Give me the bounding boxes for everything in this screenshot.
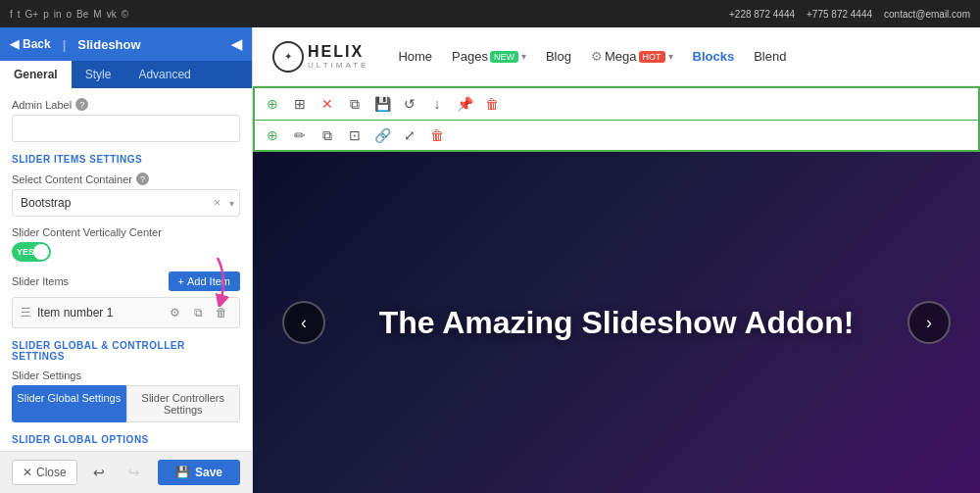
app-container: f t G+ p in o Be M vk © +228 872 4444 +7… (0, 0, 980, 493)
vertically-center-toggle[interactable]: YES (12, 242, 51, 262)
panel-header: ◀ Back | Slideshow ◀ (0, 27, 252, 61)
item-delete-icon[interactable]: 🗑 (212, 303, 231, 322)
social-behance[interactable]: Be (76, 9, 88, 20)
content-container-group: Select Content Container ? Bootstrap × ▾ (12, 173, 240, 217)
vertically-center-group: Slider Content Vertically Center YES (12, 226, 240, 262)
slide-next-button[interactable]: › (907, 301, 951, 344)
save-disk-icon: 💾 (175, 466, 190, 479)
save-section-icon[interactable]: 💾 (370, 92, 394, 116)
add-row-icon[interactable]: ⊕ (261, 123, 284, 147)
tab-style[interactable]: Style (72, 61, 125, 88)
mega-badge: HOT (639, 51, 665, 63)
gear-icon: ⚙ (591, 49, 603, 64)
mega-dropdown-icon[interactable]: ▾ (668, 51, 673, 62)
pages-badge: NEW (490, 51, 518, 63)
admin-label-help-icon[interactable]: ? (75, 98, 88, 111)
social-instagram[interactable]: o (67, 9, 73, 20)
section-global: SLIDER GLOBAL & CONTROLLER SETTINGS (12, 340, 240, 362)
settings-btn-group: Slider Global Settings Slider Controller… (12, 385, 240, 422)
section-slider-items: SLIDER ITEMS SETTINGS (12, 154, 240, 165)
pages-dropdown-icon[interactable]: ▾ (521, 51, 526, 62)
top-bar-left: f t G+ p in o Be M vk © (10, 9, 128, 20)
social-google[interactable]: G+ (25, 9, 39, 20)
controllers-settings-button[interactable]: Slider Controllers Settings (126, 385, 241, 422)
copy-row-icon[interactable]: ⧉ (316, 123, 339, 147)
nav-blocks[interactable]: Blocks (693, 49, 735, 64)
save-button[interactable]: 💾 Save (158, 460, 240, 485)
toolbars-row: ⊕ ⊞ ✕ ⧉ 💾 ↺ ↓ 📌 🗑 ⊕ ✏ ⧉ ⊡ 🔗 ⤢ (253, 86, 980, 152)
main-layout: ◀ Back | Slideshow ◀ General Style Advan… (0, 27, 980, 493)
logo-circle: ✦ (272, 41, 304, 73)
admin-label-label: Admin Label ? (12, 98, 240, 111)
nav-pages-wrapper: Pages NEW ▾ (452, 49, 526, 64)
toggle-row: YES (12, 242, 240, 262)
social-facebook[interactable]: f (10, 9, 13, 20)
select-clear-icon[interactable]: × (214, 196, 220, 210)
social-icons: f t G+ p in o Be M vk © (10, 9, 128, 20)
pin-icon[interactable]: 📌 (453, 92, 476, 116)
nav-blend[interactable]: Blend (754, 49, 786, 64)
slide-prev-button[interactable]: ‹ (282, 301, 325, 344)
slideshow-area: ‹ The Amazing Slideshow Addon! › (253, 152, 980, 493)
back-label: Back (23, 37, 51, 51)
undo-button[interactable]: ↩ (85, 460, 113, 485)
nav-mega-wrapper: ⚙ Mega HOT ▾ (591, 49, 673, 64)
site-logo: ✦ HELIX ULTIMATE (272, 41, 368, 73)
content-container-help-icon[interactable]: ? (136, 173, 149, 185)
panel-collapse-button[interactable]: ◀ (231, 36, 242, 52)
arrow-annotation: ☰ Item number 1 ⚙ ⧉ 🗑 (12, 297, 240, 328)
item-copy-icon[interactable]: ⧉ (188, 303, 208, 322)
section-global-options: SLIDER GLOBAL OPTIONS (12, 434, 240, 445)
nav-mega[interactable]: Mega (605, 49, 637, 64)
redo-button[interactable]: ↪ (121, 460, 148, 485)
social-linkedin[interactable]: in (54, 9, 62, 20)
admin-label-input[interactable] (12, 115, 240, 142)
social-skype[interactable]: © (122, 9, 128, 20)
copy-icon[interactable]: ⧉ (343, 92, 367, 116)
social-pinterest[interactable]: p (43, 9, 49, 20)
item-settings-icon[interactable]: ⚙ (165, 303, 184, 322)
close-section-icon[interactable]: ✕ (316, 92, 339, 116)
edit-row-icon[interactable]: ✏ (288, 123, 312, 147)
close-button[interactable]: ✕ Close (12, 460, 77, 485)
phone1: +228 872 4444 (729, 9, 795, 20)
slider-item-name: Item number 1 (37, 306, 159, 320)
tab-general[interactable]: General (0, 61, 72, 88)
slider-settings-label: Slider Settings (12, 370, 240, 381)
global-settings-button[interactable]: Slider Global Settings (12, 385, 126, 422)
tab-general-label: General (14, 68, 58, 81)
social-m[interactable]: M (93, 9, 101, 20)
expand-row-icon[interactable]: ⤢ (398, 123, 421, 147)
back-button[interactable]: ◀ Back (10, 37, 51, 51)
nav-blog[interactable]: Blog (546, 49, 571, 64)
refresh-icon[interactable]: ↺ (398, 92, 421, 116)
sub-toolbar: ⊕ ✏ ⧉ ⊡ 🔗 ⤢ 🗑 (253, 121, 980, 152)
screen-row-icon[interactable]: ⊡ (343, 123, 367, 147)
slider-items-header: Slider Items + Add Item (12, 271, 240, 291)
toggle-yes-label: YES (17, 247, 34, 257)
delete-row-icon[interactable]: 🗑 (425, 123, 449, 147)
content-container-select[interactable]: Bootstrap (12, 189, 240, 217)
arrow-down-icon[interactable]: ↓ (425, 92, 449, 116)
add-section-icon[interactable]: ⊕ (261, 92, 284, 116)
delete-section-icon[interactable]: 🗑 (480, 92, 504, 116)
content-container-label: Select Content Container ? (12, 173, 240, 185)
grid-icon[interactable]: ⊞ (288, 92, 312, 116)
admin-label-group: Admin Label ? (12, 98, 240, 142)
tab-advanced[interactable]: Advanced (124, 61, 204, 88)
contact-info: +228 872 4444 +775 872 4444 contact@emai… (729, 9, 970, 20)
nav-home[interactable]: Home (398, 49, 432, 64)
add-item-button[interactable]: + Add Item (169, 271, 240, 291)
panel-title: Slideshow (77, 37, 140, 52)
social-vk[interactable]: vk (107, 9, 117, 20)
top-bar-right: +228 872 4444 +775 872 4444 contact@emai… (729, 9, 970, 20)
right-content: ✦ HELIX ULTIMATE Home Pages NEW ▾ Blog (253, 27, 980, 493)
panel-footer: ✕ Close ↩ ↪ 💾 Save (0, 451, 252, 493)
nav-pages[interactable]: Pages (452, 49, 488, 64)
drag-handle-icon[interactable]: ☰ (21, 306, 31, 320)
slideshow-title: The Amazing Slideshow Addon! (379, 305, 855, 341)
slider-item-row: ☰ Item number 1 ⚙ ⧉ 🗑 (12, 297, 240, 328)
email: contact@email.com (884, 9, 970, 20)
link-row-icon[interactable]: 🔗 (370, 123, 394, 147)
social-twitter[interactable]: t (18, 9, 21, 20)
